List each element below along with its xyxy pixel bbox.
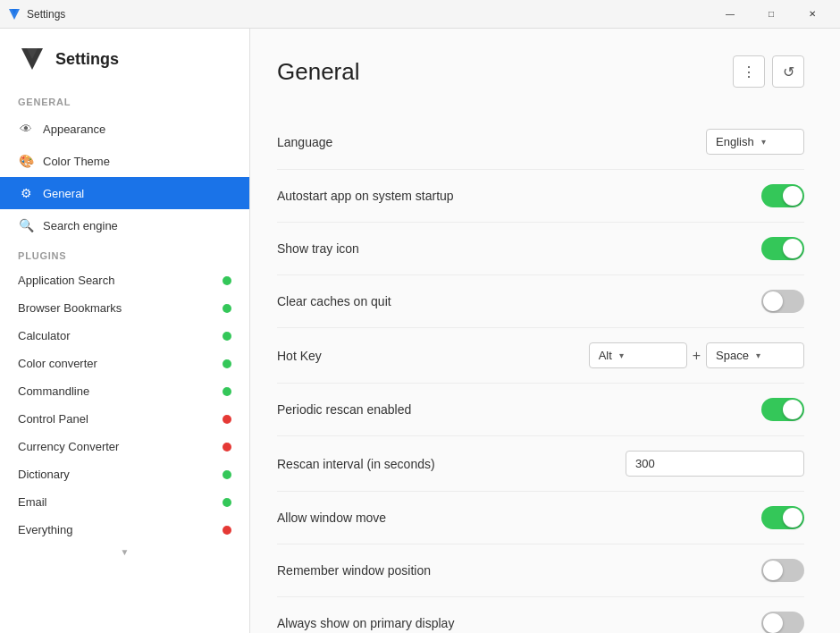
hotkey-modifier-dropdown[interactable]: Alt ▾: [589, 342, 687, 368]
setting-row-show-tray: Show tray icon: [277, 223, 804, 275]
appearance-icon: 👁: [18, 122, 34, 136]
general-icon: ⚙: [18, 186, 34, 200]
hotkey-key-arrow: ▾: [756, 350, 760, 360]
setting-control-clear-caches: [761, 290, 804, 313]
plugin-label-commandline: Commandline: [18, 384, 89, 398]
main-content: General ⋮ ↺ Language English ▾ Autosta: [250, 29, 840, 633]
plugin-item-commandline[interactable]: Commandline: [0, 377, 249, 405]
title-bar-text: Settings: [27, 8, 710, 21]
plugin-label-application-search: Application Search: [18, 274, 114, 287]
plugin-dot-browser-bookmarks: [223, 304, 231, 313]
setting-control-autostart: [761, 184, 804, 207]
plugin-label-browser-bookmarks: Browser Bookmarks: [18, 301, 122, 315]
hotkey-key-dropdown[interactable]: Space ▾: [706, 342, 804, 368]
plugin-item-control-panel[interactable]: Control Panel: [0, 405, 249, 433]
setting-label-autostart: Autostart app on system startup: [277, 189, 454, 203]
plugin-item-email[interactable]: Email: [0, 488, 249, 516]
always-primary-display-toggle[interactable]: [761, 612, 804, 633]
plugin-label-calculator: Calculator: [18, 329, 71, 342]
sidebar-item-label-search-engine: Search engine: [43, 219, 118, 232]
setting-control-show-tray: [761, 237, 804, 260]
plugin-item-calculator[interactable]: Calculator: [0, 322, 249, 350]
sidebar-item-label-general: General: [43, 187, 84, 200]
more-options-button[interactable]: ⋮: [733, 55, 765, 88]
remember-window-position-toggle[interactable]: [761, 559, 804, 582]
plugin-dot-application-search: [223, 276, 231, 285]
sidebar-item-general[interactable]: ⚙ General: [0, 177, 249, 209]
allow-window-move-toggle-thumb: [783, 508, 802, 528]
plugin-dot-commandline: [223, 387, 231, 396]
setting-row-language: Language English ▾: [277, 114, 804, 170]
maximize-button[interactable]: □: [751, 0, 792, 29]
setting-label-remember-window-position: Remember window position: [277, 563, 431, 578]
app-container: Settings GENERAL 👁 Appearance 🎨 Color Th…: [0, 29, 840, 633]
autostart-toggle-thumb: [783, 186, 802, 206]
setting-label-hotkey: Hot Key: [277, 349, 322, 363]
periodic-rescan-toggle-thumb: [783, 400, 802, 419]
setting-row-hotkey: Hot Key Alt ▾ + Space ▾: [277, 328, 804, 384]
language-dropdown-arrow: ▾: [761, 137, 766, 147]
setting-row-autostart: Autostart app on system startup: [277, 170, 804, 223]
main-scroll[interactable]: General ⋮ ↺ Language English ▾ Autosta: [250, 29, 840, 633]
allow-window-move-toggle[interactable]: [761, 506, 804, 529]
show-tray-toggle-thumb: [783, 239, 802, 258]
setting-label-clear-caches: Clear caches on quit: [277, 294, 391, 308]
plugin-label-email: Email: [18, 495, 47, 509]
main-actions: ⋮ ↺: [733, 55, 804, 88]
setting-control-allow-window-move: [761, 506, 804, 529]
language-dropdown[interactable]: English ▾: [706, 129, 804, 155]
setting-row-rescan-interval: Rescan interval (in seconds): [277, 436, 804, 492]
sidebar-header: Settings: [0, 29, 249, 88]
plugin-item-browser-bookmarks[interactable]: Browser Bookmarks: [0, 294, 249, 322]
plugin-dot-everything: [223, 526, 231, 535]
setting-control-remember-window-position: [761, 559, 804, 582]
section-label-plugins: PLUGINS: [0, 241, 249, 266]
sidebar-item-label-color-theme: Color Theme: [43, 155, 110, 168]
search-engine-icon: 🔍: [18, 218, 34, 232]
plugin-item-currency-converter[interactable]: Currency Converter: [0, 433, 249, 460]
clear-caches-toggle-thumb: [763, 291, 783, 311]
hotkey-plus-sign: +: [693, 348, 701, 364]
sidebar-item-label-appearance: Appearance: [43, 122, 105, 136]
color-theme-icon: 🎨: [18, 154, 34, 168]
minimize-button[interactable]: —: [710, 0, 751, 29]
setting-label-allow-window-move: Allow window move: [277, 511, 386, 525]
autostart-toggle[interactable]: [761, 184, 804, 207]
page-title: General: [277, 58, 360, 86]
setting-label-language: Language: [277, 135, 332, 149]
sidebar-scroll[interactable]: GENERAL 👁 Appearance 🎨 Color Theme ⚙ Gen…: [0, 88, 249, 633]
setting-label-show-tray: Show tray icon: [277, 241, 359, 256]
setting-label-rescan-interval: Rescan interval (in seconds): [277, 457, 435, 471]
setting-control-language: English ▾: [706, 129, 804, 155]
setting-row-periodic-rescan: Periodic rescan enabled: [277, 384, 804, 436]
periodic-rescan-toggle[interactable]: [761, 398, 804, 421]
plugin-item-application-search[interactable]: Application Search: [0, 266, 249, 294]
sidebar-item-search-engine[interactable]: 🔍 Search engine: [0, 209, 249, 241]
plugin-label-control-panel: Control Panel: [18, 412, 88, 426]
setting-control-periodic-rescan: [761, 398, 804, 421]
sidebar-item-color-theme[interactable]: 🎨 Color Theme: [0, 145, 249, 177]
setting-row-allow-window-move: Allow window move: [277, 492, 804, 544]
section-label-general: GENERAL: [0, 88, 249, 113]
language-value: English: [716, 135, 754, 148]
sidebar-item-appearance[interactable]: 👁 Appearance: [0, 113, 249, 145]
clear-caches-toggle[interactable]: [761, 290, 804, 313]
plugin-label-color-converter: Color converter: [18, 357, 97, 370]
plugin-item-color-converter[interactable]: Color converter: [0, 350, 249, 377]
rescan-interval-input[interactable]: [626, 451, 804, 477]
scroll-down-indicator: ▼: [0, 544, 249, 561]
plugin-dot-dictionary: [223, 470, 231, 479]
plugin-item-everything[interactable]: Everything: [0, 516, 249, 544]
reset-button[interactable]: ↺: [772, 55, 804, 88]
plugin-item-dictionary[interactable]: Dictionary: [0, 460, 249, 488]
setting-row-clear-caches: Clear caches on quit: [277, 275, 804, 328]
show-tray-toggle[interactable]: [761, 237, 804, 260]
setting-control-always-primary-display: [761, 612, 804, 633]
title-bar: Settings — □ ✕: [0, 0, 840, 29]
plugin-label-dictionary: Dictionary: [18, 468, 70, 481]
remember-window-position-toggle-thumb: [763, 561, 783, 580]
sidebar-title: Settings: [55, 50, 119, 69]
close-button[interactable]: ✕: [792, 0, 833, 29]
setting-label-always-primary-display: Always show on primary display: [277, 616, 454, 630]
hotkey-modifier-arrow: ▾: [619, 350, 624, 360]
